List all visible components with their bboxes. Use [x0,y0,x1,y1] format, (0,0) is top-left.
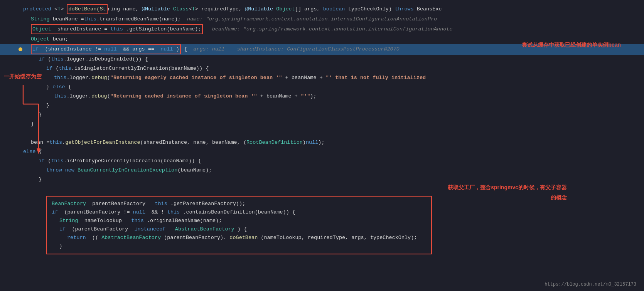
method-box-1: doGetBean(St [67,4,107,14]
code-line-7: if ( this .isSingletonCurrentlyInCreatio… [0,64,644,73]
code-line-12: } [0,110,644,119]
red-box-line-1: BeanFactory parentBeanFactory = this .ge… [52,200,427,208]
debug-breakpoint-dot [19,47,22,51]
code-line-14: bean = this . getObjectForBeanInstance (… [0,138,644,147]
annotation-parent-factory-1: 获取父工厂，整合springmvc的时候，有父子容器 [448,184,567,191]
code-line-16: if ( this .isPrototypeCurrentlyInCreatio… [0,156,644,166]
code-line-blank [0,129,644,138]
annotation-cache: 尝试从缓存中获取已经创建的单实例bean [522,42,621,49]
code-line-13: } [0,119,644,129]
code-line-11: } [0,101,644,110]
red-box-section: BeanFactory parentBeanFactory = this .ge… [46,196,432,254]
code-line-1: protected <T> doGetBean(St ring name, @N… [0,4,644,15]
if-condition-box: if (sharedInstance != null && args == nu… [31,44,181,54]
red-box-line-4: if (parentBeanFactory instanceof Abstrac… [52,225,427,234]
url-label: https://blog.csdn.net/m0_32157173 [545,282,636,287]
code-line-15: else { [0,147,644,156]
code-line-8: this .logger. debug ( "Returning eagerly… [0,73,644,82]
shared-instance-box: Object sharedInstance = this .getSinglet… [31,24,203,34]
code-line-6: if ( this .logger.isDebugEnabled()) { [0,55,644,64]
red-box-line-3: String nameToLookup = this .originalBean… [52,217,427,225]
keyword-protected: protected [23,5,51,13]
annotation-empty-cache: 一开始缓存为空 [4,73,42,80]
red-box-line-2: if (parentBeanFactory != null && ! this … [52,208,427,217]
red-box-line-5: return (( AbstractBeanFactory )parentBea… [52,234,427,242]
code-line-3: Object sharedInstance = this .getSinglet… [0,24,644,35]
code-line-10: this .logger. debug ( "Returning cached … [0,92,644,101]
code-area: protected <T> doGetBean(St ring name, @N… [0,0,644,291]
code-line-17: throw new BeanCurrentlyInCreationExcepti… [0,166,644,175]
code-line-2: String beanName = this .transformedBeanN… [0,15,644,24]
code-line-18: } [0,175,644,184]
annotation-parent-factory-2: 的概念 [551,194,567,201]
code-line-9: } else { [0,82,644,92]
red-box-line-6: } [52,242,427,251]
